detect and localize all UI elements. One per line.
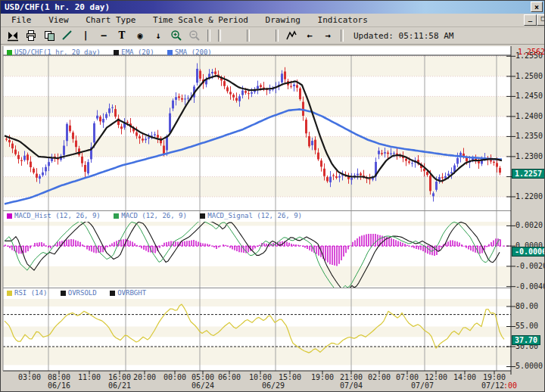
price-axis: 1.25501.25001.24501.24001.23501.23001.22… [511, 45, 545, 392]
toolbar-separator [218, 30, 221, 42]
date-axis: 06/1606/2106/2406/2907/0407/0707/12:00 [1, 381, 545, 390]
x-axis-time-label: 05:00 [192, 373, 214, 381]
x-axis-time-label: 15:00 [279, 373, 301, 381]
current-value-badge: -0.0006 [512, 247, 545, 257]
x-axis-date-label: 07/12 [481, 381, 504, 390]
ellipse-tool-button[interactable]: ◉ [132, 29, 148, 42]
legend-label: EMA (20) [121, 48, 154, 56]
arrow-down-tool-button[interactable]: ↓ [150, 29, 167, 42]
updated-timestamp: Updated: 05:11:58 AM [353, 31, 453, 41]
background-stripe [3, 299, 511, 306]
toolbar-separator [247, 30, 250, 42]
close-button[interactable]: × [531, 2, 543, 12]
legend-item: MACD (12, 26, 9) [114, 212, 187, 219]
toolbar-blank-button[interactable] [254, 29, 271, 42]
y-axis-label: 5.0000 [515, 362, 543, 370]
toolbar-separator [341, 30, 344, 42]
y-axis-label: 1.2450 [515, 92, 543, 100]
background-stripe [3, 96, 511, 116]
y-axis-label: -0.0020 [515, 262, 545, 270]
scroll-right-button[interactable]: → [319, 29, 336, 42]
copy-button[interactable] [41, 29, 58, 42]
y-axis-label: 55.00 [515, 322, 538, 330]
printer-icon [25, 30, 37, 42]
title-bar[interactable]: USD/CHF(1 hr. 20 day) × [1, 1, 544, 14]
restore-button[interactable]: □ [537, 14, 544, 26]
menu-item-file[interactable]: File [5, 14, 38, 26]
macd-hist-swatch-icon [7, 213, 12, 219]
vertical-line-tool-button[interactable]: | [77, 29, 94, 42]
menu-item-time-scale-period[interactable]: Time Scale & Period [147, 14, 254, 26]
toolbar: | — T ◉ ↓ [1, 27, 544, 45]
menu-item-drawing[interactable]: Drawing [260, 14, 307, 26]
chart-window: USD/CHF(1 hr. 20 day) × File View Chart … [0, 0, 545, 392]
x-axis-date-label: 06/24 [192, 381, 214, 390]
indicator-tool-button[interactable] [283, 29, 300, 42]
rsi-legend: RSI (14) OVRSOLD OVRBGHT [7, 289, 155, 297]
legend-item: SMA (200) [167, 48, 212, 56]
background-stripe [3, 347, 511, 365]
legend-label: SMA (200) [175, 48, 212, 56]
current-time-suffix: :00 [503, 381, 517, 390]
price-legend: USD/CHF(1 hr. 20 day) EMA (20) SMA (200) [7, 48, 221, 56]
export-icon [7, 30, 19, 42]
trendline-tool-button[interactable] [59, 29, 76, 42]
menu-item-view[interactable]: View [42, 14, 75, 26]
legend-label: MACD_Hist (12, 26, 9) [14, 212, 101, 219]
legend-label: MACD_Signal (12, 26, 9) [207, 212, 302, 219]
x-axis-time-label: 06:00 [218, 373, 241, 381]
symbol-swatch-icon [7, 50, 12, 55]
y-axis-label: 1.2500 [515, 72, 543, 80]
x-axis-time-label: 20:00 [133, 373, 156, 381]
menu-item-indicators[interactable]: Indicators [312, 14, 374, 26]
background-stripe [3, 327, 511, 338]
legend-label: OVRBGHT [117, 289, 146, 297]
y-axis-label: 1.2350 [515, 132, 543, 140]
macd-legend: MACD_Hist (12, 26, 9) MACD (12, 26, 9) M… [7, 212, 311, 219]
zoom-in-icon [170, 30, 182, 42]
x-axis-time-label: 03:00 [18, 373, 41, 381]
menu-bar: File View Chart Type Time Scale & Period… [1, 14, 544, 27]
legend-label: MACD (12, 26, 9) [121, 212, 187, 219]
macd-line-swatch-icon [114, 213, 119, 219]
horizontal-line-tool-button[interactable]: — [95, 29, 112, 42]
toolbar-blank-button[interactable] [226, 29, 242, 42]
background-stripe [3, 222, 511, 226]
background-stripe [3, 56, 511, 76]
minimize-button[interactable]: _ [524, 14, 537, 26]
scroll-left-button[interactable]: ← [301, 29, 318, 42]
x-axis-time-label: 19:00 [311, 373, 334, 381]
menu-item-chart-type[interactable]: Chart Type [79, 14, 142, 26]
y-axis-label: -0.0040 [515, 282, 545, 291]
print-button[interactable] [23, 29, 39, 42]
y-axis-label: 0.0020 [515, 221, 543, 229]
zoom-out-button[interactable] [186, 29, 203, 42]
legend-label: USD/CHF(1 hr. 20 day) [14, 48, 101, 56]
y-axis-label: 1.2200 [515, 192, 543, 201]
toolbar-separator [207, 30, 210, 42]
x-axis-time-label: 21:00 [340, 373, 363, 381]
x-axis-time-label: 19:00 [483, 373, 506, 381]
legend-item: USD/CHF(1 hr. 20 day) [7, 48, 101, 56]
y-axis-label: 1.2400 [515, 112, 543, 120]
window-title: USD/CHF(1 hr. 20 day) [5, 2, 110, 12]
y-axis-label: 1.2300 [515, 152, 543, 160]
y-axis-label: 80.00 [515, 302, 538, 310]
legend-item: RSI (14) [7, 289, 47, 297]
x-axis-time-label: 14:00 [453, 373, 476, 381]
x-axis-time-label: 11:00 [78, 373, 101, 381]
x-axis-time-label: 10:00 [249, 373, 272, 381]
legend-label: RSI (14) [14, 289, 47, 297]
legend-item: OVRSOLD [61, 289, 97, 297]
export-chart-button[interactable] [5, 29, 21, 42]
background-stripe [3, 266, 511, 287]
x-axis-date-label: 06/21 [108, 381, 131, 390]
x-axis-time-label: 02:00 [368, 373, 391, 381]
x-axis-date-label: 06/29 [262, 381, 285, 390]
current-value-badge: 1.2257 [512, 169, 545, 179]
rsi-swatch-icon [7, 291, 12, 296]
x-axis-time-label: 12:00 [425, 373, 447, 381]
x-axis-date-label: 06/16 [48, 381, 70, 390]
text-tool-button[interactable]: T [114, 29, 130, 42]
zoom-in-button[interactable] [168, 29, 185, 42]
